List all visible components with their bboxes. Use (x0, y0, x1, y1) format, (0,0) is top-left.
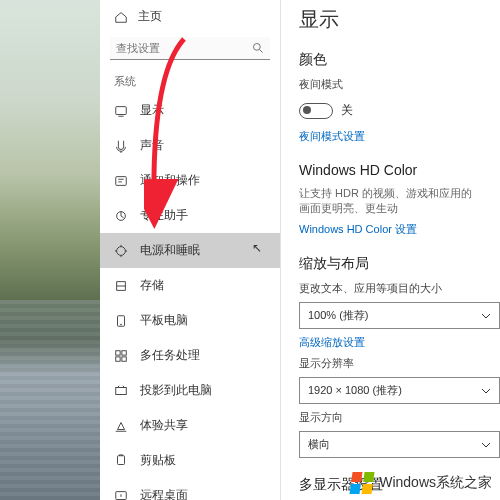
item-icon (114, 419, 128, 433)
item-icon (114, 209, 128, 223)
item-label: 投影到此电脑 (140, 382, 212, 399)
sidebar-item-6[interactable]: 平板电脑 (100, 303, 280, 338)
home-link[interactable]: 主页 (100, 0, 280, 33)
svg-rect-1 (116, 106, 127, 114)
svg-rect-10 (122, 356, 126, 360)
page-title: 显示 (299, 6, 482, 33)
sidebar-item-2[interactable]: 通知和操作 (100, 163, 280, 198)
item-label: 多任务处理 (140, 347, 200, 364)
cursor-icon: ↖ (252, 241, 262, 255)
svg-rect-8 (122, 350, 126, 354)
hd-link[interactable]: Windows HD Color 设置 (299, 222, 482, 237)
home-label: 主页 (138, 8, 162, 25)
toggle-track (299, 103, 333, 119)
svg-rect-7 (116, 350, 120, 354)
search-icon (252, 42, 264, 54)
night-mode-toggle[interactable]: 关 (299, 102, 353, 119)
chevron-down-icon (481, 386, 491, 396)
sidebar-item-10[interactable]: 剪贴板 (100, 443, 280, 478)
orientation-value: 横向 (308, 437, 330, 452)
item-icon (114, 489, 128, 501)
sidebar-item-9[interactable]: 体验共享 (100, 408, 280, 443)
advanced-scale-link[interactable]: 高级缩放设置 (299, 335, 482, 350)
sidebar-item-1[interactable]: 声音 (100, 128, 280, 163)
item-icon (114, 349, 128, 363)
svg-point-0 (254, 44, 261, 51)
section-color: 颜色 (299, 51, 482, 69)
section-hd: Windows HD Color (299, 162, 482, 178)
night-mode-link[interactable]: 夜间模式设置 (299, 129, 482, 144)
sidebar: 主页 系统 显示声音通知和操作专注助手电源和睡眠↖存储平板电脑多任务处理投影到此… (100, 0, 281, 500)
home-icon (114, 10, 128, 24)
sidebar-item-11[interactable]: 远程桌面 (100, 478, 280, 500)
resolution-select[interactable]: 1920 × 1080 (推荐) (299, 377, 500, 404)
svg-point-4 (117, 246, 126, 255)
sidebar-item-0[interactable]: 显示 (100, 93, 280, 128)
svg-rect-9 (116, 356, 120, 360)
chevron-down-icon (481, 440, 491, 450)
item-label: 体验共享 (140, 417, 188, 434)
windows-logo-icon (350, 472, 375, 494)
item-label: 专注助手 (140, 207, 188, 224)
svg-rect-12 (118, 455, 125, 464)
orientation-label: 显示方向 (299, 410, 482, 425)
settings-window: 主页 系统 显示声音通知和操作专注助手电源和睡眠↖存储平板电脑多任务处理投影到此… (100, 0, 500, 500)
resolution-value: 1920 × 1080 (推荐) (308, 383, 402, 398)
item-icon (114, 139, 128, 153)
item-label: 存储 (140, 277, 164, 294)
content-pane: 显示 颜色 夜间模式 关 夜间模式设置 Windows HD Color 让支持… (281, 0, 500, 500)
item-label: 通知和操作 (140, 172, 200, 189)
item-icon (114, 244, 128, 258)
item-label: 平板电脑 (140, 312, 188, 329)
scale-select[interactable]: 100% (推荐) (299, 302, 500, 329)
item-label: 远程桌面 (140, 487, 188, 500)
watermark: Windows系统之家 (351, 472, 492, 494)
item-icon (114, 104, 128, 118)
svg-rect-11 (116, 387, 127, 394)
watermark-text: Windows系统之家 (379, 474, 492, 492)
item-icon (114, 454, 128, 468)
item-icon (114, 279, 128, 293)
search-input[interactable] (110, 37, 270, 60)
resolution-label: 显示分辨率 (299, 356, 482, 371)
item-icon (114, 384, 128, 398)
item-label: 电源和睡眠 (140, 242, 200, 259)
item-icon (114, 174, 128, 188)
sidebar-item-4[interactable]: 电源和睡眠↖ (100, 233, 280, 268)
sidebar-item-3[interactable]: 专注助手 (100, 198, 280, 233)
sidebar-items: 显示声音通知和操作专注助手电源和睡眠↖存储平板电脑多任务处理投影到此电脑体验共享… (100, 93, 280, 500)
sidebar-group: 系统 (100, 64, 280, 93)
scale-label: 更改文本、应用等项目的大小 (299, 281, 482, 296)
sidebar-item-5[interactable]: 存储 (100, 268, 280, 303)
sidebar-item-8[interactable]: 投影到此电脑 (100, 373, 280, 408)
toggle-state: 关 (341, 102, 353, 119)
section-scale: 缩放与布局 (299, 255, 482, 273)
hd-description: 让支持 HDR 的视频、游戏和应用的画面更明亮、更生动 (299, 186, 482, 216)
chevron-down-icon (481, 311, 491, 321)
night-mode-label: 夜间模式 (299, 77, 482, 92)
item-label: 显示 (140, 102, 164, 119)
item-label: 声音 (140, 137, 164, 154)
svg-rect-2 (116, 176, 127, 185)
item-label: 剪贴板 (140, 452, 176, 469)
orientation-select[interactable]: 横向 (299, 431, 500, 458)
scale-value: 100% (推荐) (308, 308, 369, 323)
svg-point-6 (121, 324, 122, 325)
item-icon (114, 314, 128, 328)
sidebar-item-7[interactable]: 多任务处理 (100, 338, 280, 373)
search-box[interactable] (110, 37, 270, 60)
